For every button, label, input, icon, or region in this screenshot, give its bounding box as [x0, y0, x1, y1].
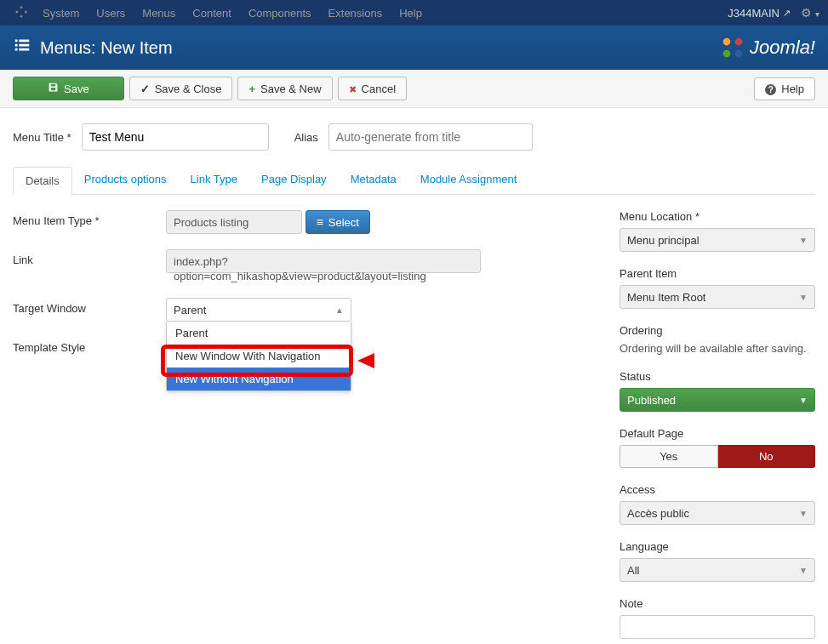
plus-icon	[248, 83, 255, 95]
caret-icon: ▼	[799, 509, 808, 518]
default-page-label: Default Page	[620, 427, 815, 440]
site-link[interactable]: J344MAIN↗	[728, 7, 791, 20]
tab-products-options[interactable]: Products options	[72, 166, 179, 194]
save-close-button[interactable]: Save & Close	[129, 77, 233, 100]
note-input[interactable]	[620, 615, 815, 639]
tab-details[interactable]: Details	[13, 167, 72, 195]
status-select[interactable]: Published▼	[620, 388, 815, 412]
default-page-yes[interactable]: Yes	[620, 445, 718, 468]
target-window-option-parent[interactable]: Parent	[167, 322, 351, 345]
caret-icon: ▼	[799, 566, 808, 575]
menu-location-group: Menu Location * Menu principal▼	[620, 210, 815, 252]
top-nav: System Users Menus Content Components Ex…	[0, 0, 828, 26]
caret-down-icon	[815, 7, 819, 20]
title-input[interactable]	[82, 123, 269, 151]
language-label: Language	[620, 540, 815, 553]
tab-module-assignment[interactable]: Module Assignment	[408, 166, 528, 194]
help-button[interactable]: Help	[754, 77, 815, 100]
note-group: Note	[620, 597, 815, 639]
ordering-group: Ordering Ordering will be available afte…	[620, 324, 815, 355]
nav-components[interactable]: Components	[240, 7, 320, 20]
select-type-button[interactable]: Select	[306, 210, 370, 234]
svg-point-3	[735, 50, 743, 58]
check-icon	[140, 83, 150, 95]
tab-link-type[interactable]: Link Type	[179, 166, 249, 194]
language-group: Language All▼	[620, 540, 815, 582]
header-left: Menus: New Item	[13, 36, 173, 60]
target-window-option-new-without-nav[interactable]: New Without Navigation	[167, 368, 351, 390]
caret-icon: ▼	[799, 293, 808, 302]
link-row: Link index.php?option=com_hikashop&view=…	[13, 249, 585, 282]
brand: Joomla!	[721, 36, 815, 60]
link-value: index.php?option=com_hikashop&view=produ…	[166, 249, 481, 273]
svg-point-0	[723, 38, 731, 46]
target-window-label: Target Window	[13, 298, 166, 315]
menu-location-select[interactable]: Menu principal▼	[620, 228, 815, 252]
link-label: Link	[13, 249, 166, 266]
nav-help[interactable]: Help	[391, 7, 431, 20]
save-button[interactable]: Save	[13, 77, 124, 100]
target-window-option-new-with-nav[interactable]: New Window With Navigation	[167, 345, 351, 368]
menu-item-type-control: Products listing Select	[166, 210, 585, 234]
template-style-label: Template Style	[13, 337, 166, 354]
status-label: Status	[620, 370, 815, 383]
list-icon	[13, 36, 31, 60]
hamburger-icon	[317, 215, 323, 229]
default-page-toggle: Yes No	[620, 445, 815, 468]
menu-item-type-value: Products listing	[166, 210, 302, 234]
tab-page-display[interactable]: Page Display	[249, 166, 339, 194]
svg-point-1	[735, 38, 743, 46]
menu-location-label: Menu Location *	[620, 210, 815, 223]
nav-content[interactable]: Content	[184, 7, 240, 20]
save-icon	[48, 82, 59, 95]
alias-input[interactable]	[328, 123, 533, 151]
default-page-group: Default Page Yes No	[620, 427, 815, 468]
top-nav-left: System Users Menus Content Components Ex…	[9, 6, 431, 20]
nav-menus[interactable]: Menus	[134, 7, 184, 20]
header-bar: Menus: New Item Joomla!	[0, 26, 828, 70]
alias-group: Alias	[294, 123, 533, 151]
form-col-left: Menu Item Type * Products listing Select…	[13, 210, 585, 644]
page-title: Menus: New Item	[40, 38, 173, 58]
note-label: Note	[620, 597, 815, 610]
save-new-button[interactable]: Save & New	[237, 77, 332, 100]
toolbar-right: Help	[754, 77, 815, 100]
cancel-button[interactable]: Cancel	[338, 77, 407, 100]
link-control: index.php?option=com_hikashop&view=produ…	[166, 249, 585, 282]
form-body: Menu Item Type * Products listing Select…	[13, 210, 815, 644]
status-group: Status Published▼	[620, 370, 815, 412]
target-window-dropdown[interactable]: Parent ▲ Parent New Window With Navigati…	[166, 298, 351, 322]
joomla-icon[interactable]	[9, 6, 34, 20]
help-icon	[765, 83, 776, 95]
arrow-up-icon: ▲	[335, 305, 344, 315]
tab-metadata[interactable]: Metadata	[339, 166, 408, 194]
brand-text: Joomla!	[750, 37, 815, 59]
ordering-text: Ordering will be available after saving.	[620, 342, 807, 355]
alias-label: Alias	[294, 131, 318, 144]
title-label: Menu Title *	[13, 131, 71, 144]
target-window-control: Parent ▲ Parent New Window With Navigati…	[166, 298, 585, 322]
language-select[interactable]: All▼	[620, 558, 815, 582]
target-window-toggle[interactable]: Parent ▲	[166, 298, 351, 322]
external-link-icon: ↗	[783, 8, 791, 19]
parent-item-select[interactable]: Menu Item Root▼	[620, 285, 815, 309]
gear-icon	[801, 6, 812, 20]
toolbar: Save Save & Close Save & New Cancel Help	[0, 70, 828, 108]
caret-icon: ▼	[799, 236, 808, 245]
parent-item-group: Parent Item Menu Item Root▼	[620, 267, 815, 309]
access-label: Access	[620, 483, 815, 496]
access-select[interactable]: Accès public▼	[620, 501, 815, 525]
menu-item-type-label: Menu Item Type *	[13, 210, 166, 227]
nav-system[interactable]: System	[34, 7, 88, 20]
cancel-icon	[349, 83, 357, 95]
settings-menu[interactable]	[801, 6, 819, 20]
form-area: Menu Title * Alias Details Products opti…	[0, 108, 828, 644]
default-page-no[interactable]: No	[718, 445, 816, 468]
target-window-selected: Parent	[174, 304, 206, 316]
caret-icon: ▼	[799, 396, 808, 405]
nav-extensions[interactable]: Extensions	[320, 7, 391, 20]
tabs: Details Products options Link Type Page …	[13, 166, 815, 195]
nav-users[interactable]: Users	[88, 7, 134, 20]
form-row-top: Menu Title * Alias	[13, 123, 815, 151]
joomla-logo-icon	[721, 36, 745, 60]
